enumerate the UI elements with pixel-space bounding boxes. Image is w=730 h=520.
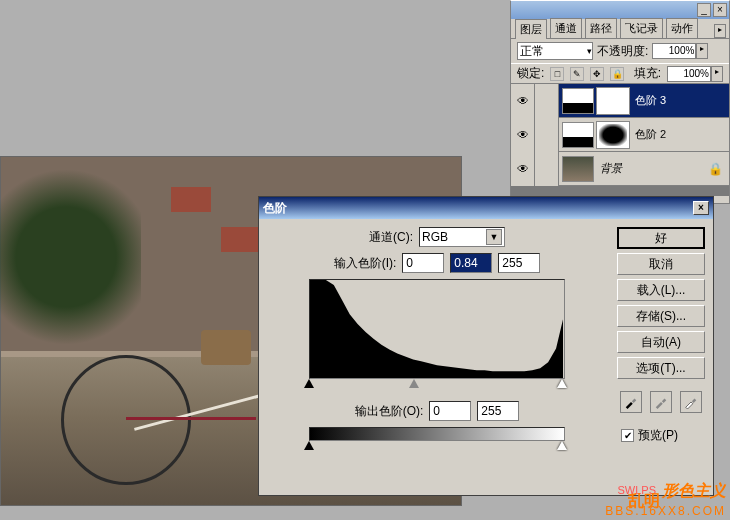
layer-item[interactable]: 👁 色阶 2 <box>511 118 729 152</box>
layer-item[interactable]: 👁 背景 🔒 <box>511 152 729 186</box>
channel-select[interactable]: RGB ▼ <box>419 227 505 247</box>
panel-menu-icon[interactable]: ▸ <box>714 24 726 38</box>
visibility-eye-icon[interactable]: 👁 <box>511 152 535 186</box>
adjustment-thumb[interactable] <box>562 88 594 114</box>
options-button[interactable]: 选项(T)... <box>617 357 705 379</box>
black-eyedropper-icon[interactable] <box>620 391 642 413</box>
preview-label: 预览(P) <box>638 427 678 444</box>
output-gradient <box>309 427 565 441</box>
gamma-handle[interactable] <box>409 379 419 388</box>
adjustment-thumb[interactable] <box>562 122 594 148</box>
layer-link-cell[interactable] <box>535 84 559 118</box>
output-slider[interactable] <box>307 441 567 453</box>
chevron-right-icon[interactable]: ▸ <box>711 66 723 82</box>
output-levels-row: 输出色阶(O): 0 255 <box>267 401 607 421</box>
close-icon[interactable]: × <box>713 3 727 17</box>
layers-panel: _ × 图层 通道 路径 飞记录 动作 ▸ 正常 ▾ 不透明度: 100% ▸ … <box>510 0 730 204</box>
watermark-text: 形色主义 <box>662 481 726 502</box>
channel-row: 通道(C): RGB ▼ <box>267 227 607 247</box>
photo-foliage <box>0 157 141 357</box>
layer-thumb[interactable] <box>562 156 594 182</box>
tab-channels[interactable]: 通道 <box>550 18 582 38</box>
opacity-spinner[interactable]: 100% ▸ <box>652 43 708 59</box>
input-levels-row: 输入色阶(I): 0 0.84 255 <box>267 253 607 273</box>
photo-bicycle-frame <box>126 417 256 420</box>
minimize-icon[interactable]: _ <box>697 3 711 17</box>
output-white-field[interactable]: 255 <box>477 401 519 421</box>
auto-button[interactable]: 自动(A) <box>617 331 705 353</box>
layer-link-cell[interactable] <box>535 152 559 186</box>
gray-eyedropper-icon[interactable] <box>650 391 672 413</box>
layer-link-cell[interactable] <box>535 118 559 152</box>
output-levels-label: 输出色阶(O): <box>355 403 424 420</box>
save-button[interactable]: 存储(S)... <box>617 305 705 327</box>
lock-icon: 🔒 <box>708 162 723 176</box>
fill-value[interactable]: 100% <box>667 66 711 82</box>
chevron-down-icon: ▾ <box>587 46 592 56</box>
layer-list: 👁 色阶 3 👁 色阶 2 👁 背景 🔒 <box>511 84 729 196</box>
tab-actions[interactable]: 动作 <box>666 18 698 38</box>
levels-dialog: 色阶 × 通道(C): RGB ▼ 输入色阶(I): 0 0.84 255 <box>258 196 714 496</box>
mask-thumb[interactable] <box>597 88 629 114</box>
dialog-title: 色阶 <box>263 200 287 217</box>
lock-label: 锁定: <box>517 65 544 82</box>
input-slider[interactable] <box>307 379 567 391</box>
input-white-field[interactable]: 255 <box>498 253 540 273</box>
lock-brush-icon[interactable]: ✎ <box>570 67 584 81</box>
tab-paths[interactable]: 路径 <box>585 18 617 38</box>
photo-brick <box>171 187 211 212</box>
panel-titlebar[interactable]: _ × <box>511 1 729 19</box>
mask-thumb[interactable] <box>597 122 629 148</box>
layer-label: 背景 <box>600 161 622 176</box>
layer-item[interactable]: 👁 色阶 3 <box>511 84 729 118</box>
chevron-down-icon: ▼ <box>486 229 502 245</box>
preview-checkbox[interactable]: ✔ 预览(P) <box>621 427 705 444</box>
input-black-field[interactable]: 0 <box>402 253 444 273</box>
input-gamma-field[interactable]: 0.84 <box>450 253 492 273</box>
output-black-field[interactable]: 0 <box>429 401 471 421</box>
opacity-label: 不透明度: <box>597 43 648 60</box>
checkbox-checked-icon[interactable]: ✔ <box>621 429 634 442</box>
eyedropper-group <box>617 391 705 413</box>
watermark-text: BBS.16XX8.COM <box>605 504 726 518</box>
blend-opacity-row: 正常 ▾ 不透明度: 100% ▸ <box>511 39 729 63</box>
lock-fill-row: 锁定: □ ✎ ✥ 🔒 填充: 100% ▸ <box>511 63 729 84</box>
visibility-eye-icon[interactable]: 👁 <box>511 84 535 118</box>
dialog-titlebar[interactable]: 色阶 × <box>259 197 713 219</box>
panel-tabs: 图层 通道 路径 飞记录 动作 ▸ <box>511 19 729 39</box>
lock-transparency-icon[interactable]: □ <box>550 67 564 81</box>
tab-history[interactable]: 飞记录 <box>620 18 663 38</box>
cancel-button[interactable]: 取消 <box>617 253 705 275</box>
output-white-handle[interactable] <box>557 441 567 450</box>
load-button[interactable]: 载入(L)... <box>617 279 705 301</box>
channel-value: RGB <box>422 230 448 244</box>
visibility-eye-icon[interactable]: 👁 <box>511 118 535 152</box>
layer-label: 色阶 3 <box>635 93 666 108</box>
opacity-value[interactable]: 100% <box>652 43 696 59</box>
close-icon[interactable]: × <box>693 201 709 215</box>
black-point-handle[interactable] <box>304 379 314 388</box>
white-eyedropper-icon[interactable] <box>680 391 702 413</box>
blend-mode-value: 正常 <box>520 43 544 60</box>
photo-brick <box>221 227 261 252</box>
ok-button[interactable]: 好 <box>617 227 705 249</box>
lock-all-icon[interactable]: 🔒 <box>610 67 624 81</box>
output-black-handle[interactable] <box>304 441 314 450</box>
input-levels-label: 输入色阶(I): <box>334 255 397 272</box>
fill-label: 填充: <box>634 65 661 82</box>
layer-label: 色阶 2 <box>635 127 666 142</box>
chevron-right-icon[interactable]: ▸ <box>696 43 708 59</box>
channel-label: 通道(C): <box>369 229 413 246</box>
tab-layers[interactable]: 图层 <box>515 19 547 39</box>
fill-spinner[interactable]: 100% ▸ <box>667 66 723 82</box>
white-point-handle[interactable] <box>557 379 567 388</box>
blend-mode-select[interactable]: 正常 ▾ <box>517 42 593 60</box>
histogram <box>309 279 565 379</box>
lock-move-icon[interactable]: ✥ <box>590 67 604 81</box>
photo-bicycle-basket <box>201 330 251 365</box>
